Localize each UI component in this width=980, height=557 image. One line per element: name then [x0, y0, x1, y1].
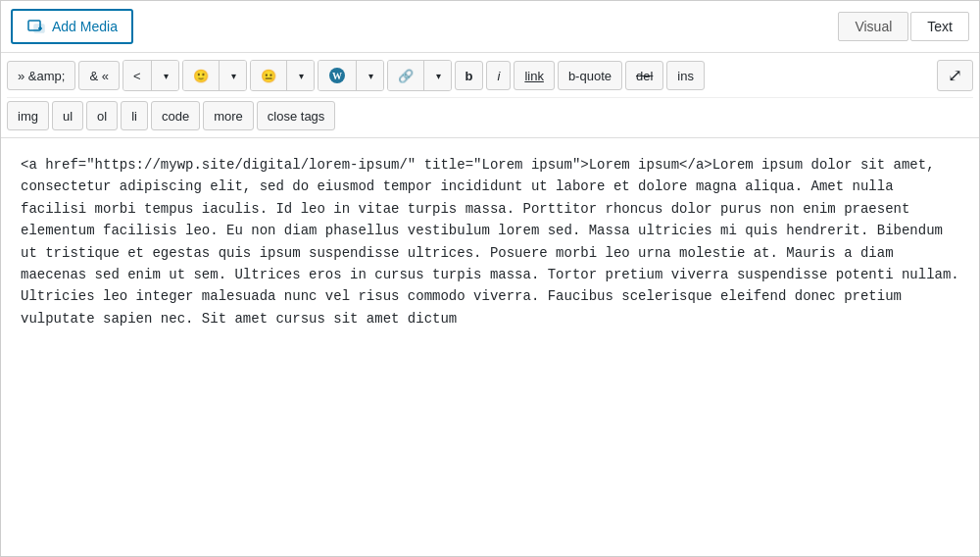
toolbar-group-lt: < ▾	[122, 60, 179, 91]
toolbar-btn-emoji1-dropdown[interactable]: ▾	[220, 61, 246, 90]
toolbar-group-link: 🔗 ▾	[387, 60, 452, 91]
emoji2-dropdown-arrow-icon: ▾	[299, 71, 304, 81]
toolbar-btn-emoji1[interactable]: 🙂	[183, 61, 220, 90]
toolbar-btn-link-icon[interactable]: 🔗	[388, 61, 424, 90]
toolbar-group-emoji2: 😐 ▾	[250, 60, 315, 91]
add-media-label: Add Media	[52, 19, 118, 34]
toolbar-row-2: img ul ol li code more close tags	[7, 97, 973, 133]
toolbar-btn-ul[interactable]: ul	[52, 101, 83, 130]
toolbar-btn-italic[interactable]: i	[486, 61, 511, 90]
toolbar-group-wp: W ▾	[318, 60, 384, 91]
view-tabs: Visual Text	[838, 12, 969, 41]
toolbar-btn-amp[interactable]: & «	[78, 61, 120, 90]
toolbar-btn-ins[interactable]: ins	[666, 61, 705, 90]
toolbar-btn-li[interactable]: li	[121, 101, 148, 130]
toolbar-btn-more[interactable]: more	[203, 101, 254, 130]
toolbar-btn-ol[interactable]: ol	[86, 101, 118, 130]
toolbar-btn-code[interactable]: code	[151, 101, 200, 130]
toolbar-btn-wp[interactable]: W	[318, 61, 357, 90]
toolbar-btn-bquote[interactable]: b-quote	[558, 61, 622, 90]
lt-dropdown-arrow-icon: ▾	[164, 71, 169, 81]
toolbar-btn-lt-dropdown[interactable]: ▾	[152, 61, 178, 90]
toolbar-btn-link-dropdown[interactable]: ▾	[424, 61, 451, 90]
editor-container: Add Media Visual Text » &amp; & « < ▾ 🙂 …	[0, 0, 980, 557]
toolbar-btn-lt[interactable]: <	[123, 61, 152, 90]
toolbar-btn-img[interactable]: img	[7, 101, 49, 130]
emoji1-dropdown-arrow-icon: ▾	[231, 71, 236, 81]
toolbar-btn-emoji2-dropdown[interactable]: ▾	[287, 61, 314, 90]
editor-text-area[interactable]: <a href="https://mywp.site/digital/lorem…	[1, 138, 979, 556]
add-media-button[interactable]: Add Media	[11, 9, 133, 44]
add-media-icon	[26, 17, 46, 36]
toolbar-group-emoji1: 🙂 ▾	[182, 60, 247, 91]
toolbar-btn-fullscreen[interactable]: ⤢	[937, 60, 973, 91]
toolbar-row-1: » &amp; & « < ▾ 🙂 ▾ 😐 ▾ W ▾ 🔗	[7, 57, 973, 94]
link-dropdown-arrow-icon: ▾	[436, 71, 441, 81]
toolbar-btn-ampamp[interactable]: » &amp;	[7, 61, 75, 90]
toolbar-btn-del[interactable]: del	[625, 61, 663, 90]
toolbar: » &amp; & « < ▾ 🙂 ▾ 😐 ▾ W ▾ 🔗	[1, 53, 979, 138]
svg-text:W: W	[332, 71, 342, 81]
toolbar-btn-link[interactable]: link	[514, 61, 555, 90]
wp-dropdown-arrow-icon: ▾	[368, 71, 373, 81]
toolbar-btn-bold[interactable]: b	[455, 61, 484, 90]
toolbar-btn-close-tags[interactable]: close tags	[257, 101, 336, 130]
toolbar-btn-emoji2[interactable]: 😐	[251, 61, 287, 90]
top-bar: Add Media Visual Text	[1, 1, 979, 53]
toolbar-btn-wp-dropdown[interactable]: ▾	[357, 61, 383, 90]
tab-text[interactable]: Text	[910, 12, 969, 41]
tab-visual[interactable]: Visual	[838, 12, 908, 41]
